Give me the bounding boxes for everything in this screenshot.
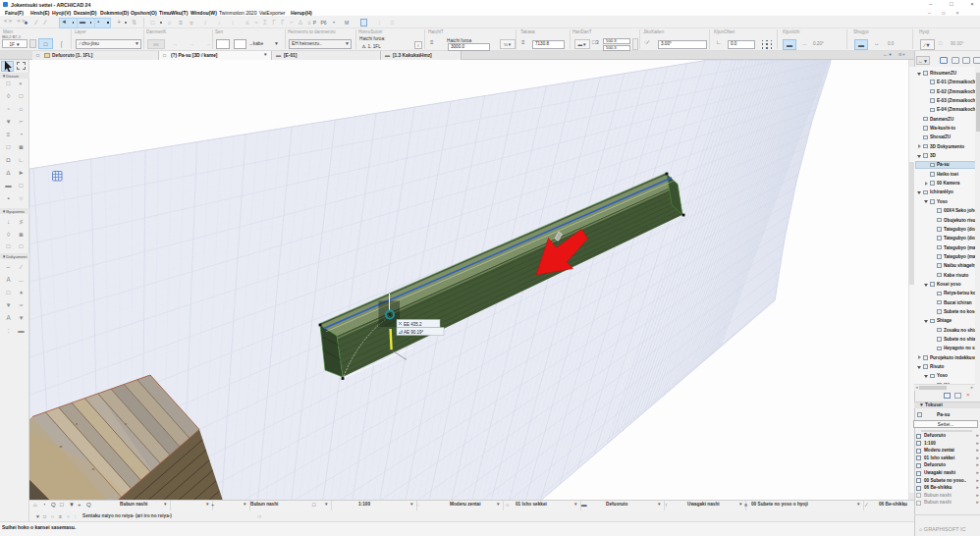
svg-text:AE 90.19°: AE 90.19° xyxy=(404,330,424,335)
svg-text:EE 435.2: EE 435.2 xyxy=(404,322,422,327)
